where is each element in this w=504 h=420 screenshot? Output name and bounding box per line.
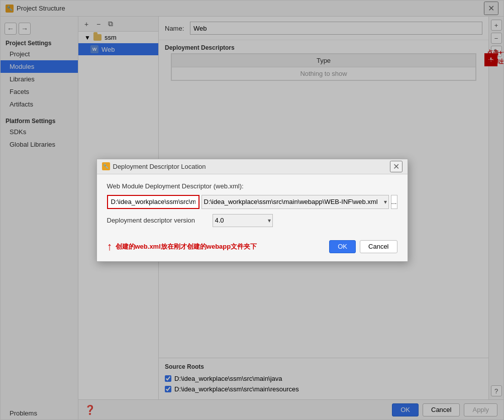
dialog-ok-button[interactable]: OK [329,240,356,253]
version-select[interactable]: 4.0 [213,214,273,227]
browse-button[interactable]: ... [391,195,397,209]
dialog-title-left: 🔧 Deployment Descriptor Location [102,162,206,170]
descriptor-dropdown[interactable]: D:\idea_workplace\ssm\src\main\webapp\WE… [201,195,389,209]
annotation-up-arrow: ↑ [107,240,113,253]
dialog-annotation-text: 创建的web.xml放在刚才创建的webapp文件夹下 [116,242,257,251]
dialog: 🔧 Deployment Descriptor Location ✕ Web M… [96,159,408,262]
modal-overlay: 🔧 Deployment Descriptor Location ✕ Web M… [1,1,503,419]
dialog-buttons: OK Cancel [329,240,397,253]
dialog-annotation-area: ↑ 创建的web.xml放在刚才创建的webapp文件夹下 [107,240,257,253]
dialog-title-text: Deployment Descriptor Location [113,163,206,170]
descriptor-dropdown-wrapper: D:\idea_workplace\ssm\src\main\webapp\WE… [201,195,389,209]
main-window: 🔧 Project Structure ✕ ← → Project Settin… [0,0,504,420]
dialog-input-row: D:\idea_workplace\ssm\src\main\webapp\WE… [107,195,397,209]
annotation-row: ↑ 创建的web.xml放在刚才创建的webapp文件夹下 [107,240,257,253]
descriptor-label: Web Module Deployment Descriptor (web.xm… [107,182,397,190]
version-label: Deployment descriptor version [107,217,208,224]
dialog-bottom: ↑ 创建的web.xml放在刚才创建的webapp文件夹下 OK Cancel [97,235,408,261]
version-select-wrapper: 4.0 [213,214,273,227]
dialog-select-row: Deployment descriptor version 4.0 [107,214,397,227]
dialog-title-bar: 🔧 Deployment Descriptor Location ✕ [97,159,408,174]
descriptor-input[interactable] [107,195,199,209]
dialog-cancel-button[interactable]: Cancel [360,240,397,253]
dialog-close-button[interactable]: ✕ [390,161,402,172]
dialog-body: Web Module Deployment Descriptor (web.xm… [97,174,408,235]
dialog-icon: 🔧 [102,162,110,170]
